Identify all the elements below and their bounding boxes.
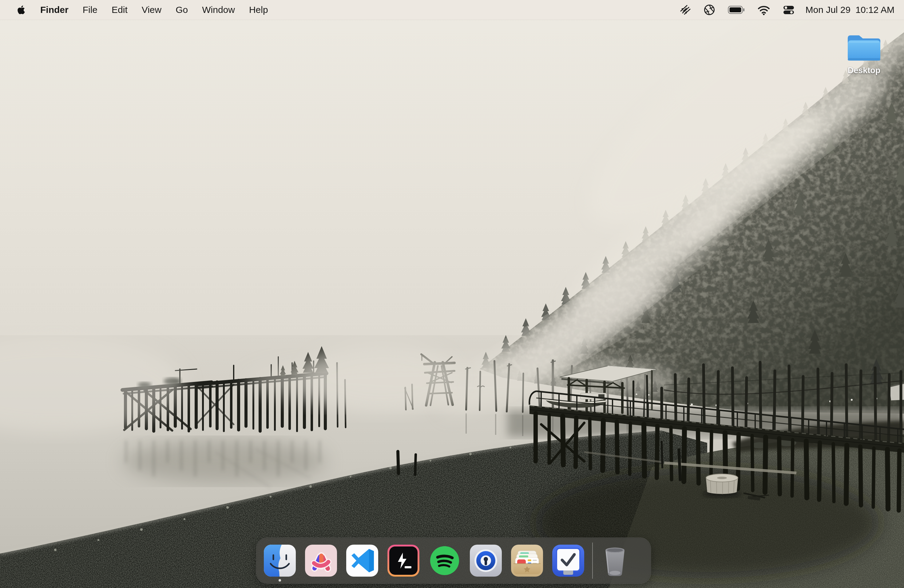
- desktop-wallpaper: [0, 0, 904, 588]
- menu-item-finder[interactable]: Finder: [33, 0, 76, 20]
- menu-bar: Finder File Edit View Go Window Help Mon…: [0, 0, 904, 20]
- mute-icon[interactable]: [673, 4, 697, 16]
- arc-browser-icon: [304, 544, 338, 577]
- wifi-icon[interactable]: [751, 4, 776, 15]
- dock-item-warp-terminal[interactable]: [387, 544, 420, 577]
- apple-logo-icon: [17, 5, 25, 15]
- menu-item-help[interactable]: Help: [242, 0, 275, 20]
- dock-item-spotify[interactable]: [428, 544, 461, 577]
- anybox-icon: [510, 544, 544, 577]
- dock-item-1password[interactable]: [469, 544, 503, 577]
- folder-icon: [845, 32, 883, 63]
- control-center-icon[interactable]: [776, 5, 801, 15]
- dock-item-things[interactable]: [552, 544, 585, 577]
- finder-icon: [263, 544, 296, 577]
- battery-icon[interactable]: [722, 4, 751, 15]
- finder-running-indicator: [278, 579, 281, 582]
- dock-item-finder[interactable]: [263, 544, 296, 577]
- dock-item-vscode[interactable]: [346, 544, 379, 577]
- 1password-icon: [469, 544, 503, 577]
- menu-item-go[interactable]: Go: [169, 0, 195, 20]
- dock-separator: [592, 542, 593, 579]
- spotify-icon: [428, 544, 461, 577]
- apple-menu[interactable]: [9, 5, 33, 15]
- dock-item-trash[interactable]: [600, 544, 631, 578]
- desktop-folder-label: Desktop: [843, 66, 885, 75]
- clock-date: Mon Jul 29: [805, 5, 850, 15]
- menu-item-window[interactable]: Window: [195, 0, 242, 20]
- macos-desktop: { "menu_bar": { "apple_icon": "apple-log…: [0, 0, 904, 588]
- menu-bar-clock[interactable]: Mon Jul 29 10:12 AM: [805, 5, 895, 15]
- aperture-icon[interactable]: [697, 4, 722, 16]
- menu-item-edit[interactable]: Edit: [104, 0, 135, 20]
- dock: [256, 537, 651, 584]
- menu-item-file[interactable]: File: [76, 0, 104, 20]
- desktop-folder-icon[interactable]: Desktop: [843, 32, 885, 75]
- trash-icon: [600, 544, 631, 578]
- vscode-icon: [346, 544, 379, 577]
- things-icon: [552, 544, 585, 577]
- menu-item-view[interactable]: View: [135, 0, 169, 20]
- dock-item-anybox[interactable]: [510, 544, 544, 577]
- warp-terminal-icon: [387, 544, 420, 577]
- dock-item-arc-browser[interactable]: [304, 544, 338, 577]
- clock-time: 10:12 AM: [855, 5, 895, 15]
